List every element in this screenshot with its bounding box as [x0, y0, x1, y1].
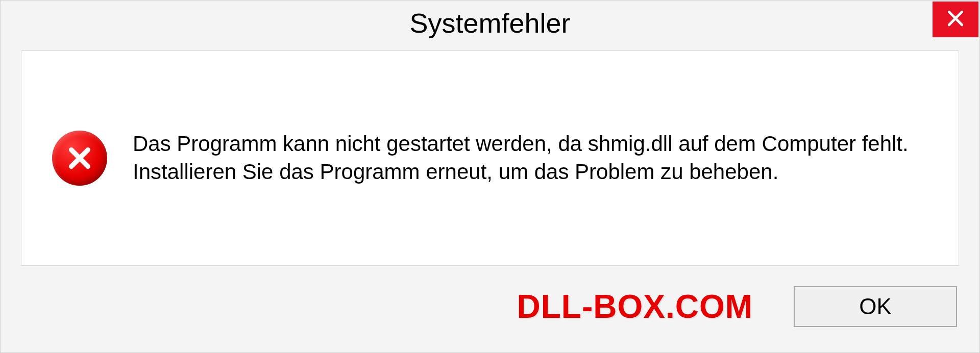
error-message: Das Programm kann nicht gestartet werden…	[133, 130, 928, 186]
watermark-text: DLL-BOX.COM	[517, 288, 753, 325]
close-button[interactable]	[933, 2, 978, 37]
titlebar: Systemfehler	[1, 1, 979, 45]
dialog-footer: DLL-BOX.COM OK	[1, 276, 979, 352]
dialog-title: Systemfehler	[409, 7, 570, 39]
content-area: Das Programm kann nicht gestartet werden…	[21, 51, 959, 266]
ok-button[interactable]: OK	[794, 286, 957, 327]
error-icon	[52, 131, 107, 186]
error-icon-wrapper	[52, 131, 107, 186]
error-dialog: Systemfehler Das Programm kann nicht ges…	[0, 0, 980, 353]
close-icon	[946, 9, 965, 30]
